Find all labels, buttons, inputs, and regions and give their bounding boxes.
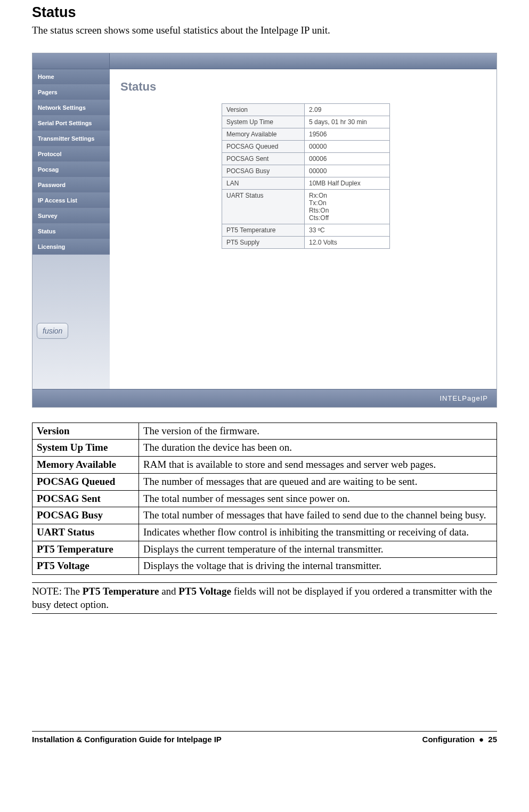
status-value: 00000	[305, 140, 390, 152]
status-row: System Up Time5 days, 01 hr 30 min	[222, 116, 390, 128]
note-bold-1: PT5 Temperature	[83, 586, 159, 597]
nav-pocsag[interactable]: Pocsag	[32, 162, 110, 177]
status-key: System Up Time	[222, 116, 305, 128]
table-row: Memory AvailableRAM that is available to…	[32, 457, 497, 474]
note-prefix: NOTE: The	[32, 586, 83, 597]
desc-term: UART Status	[32, 524, 139, 541]
topbar-logo-cell	[32, 53, 110, 69]
table-row: PT5 VoltageDisplays the voltage that is …	[32, 558, 497, 575]
note-mid: and	[159, 586, 178, 597]
status-key: Memory Available	[222, 128, 305, 140]
status-key: POCSAG Queued	[222, 140, 305, 152]
nav-network-settings[interactable]: Network Settings	[32, 100, 110, 116]
page-footer: Installation & Configuration Guide for I…	[32, 731, 497, 744]
status-key: Version	[222, 103, 305, 116]
status-row: LAN10MB Half Duplex	[222, 177, 390, 189]
description-table: VersionThe version of the firmware. Syst…	[32, 423, 497, 575]
status-value: 33 ºC	[305, 224, 390, 236]
desc-term: PT5 Temperature	[32, 541, 139, 558]
status-row: POCSAG Busy00000	[222, 165, 390, 177]
status-value: 19506	[305, 128, 390, 140]
nav-survey[interactable]: Survey	[32, 208, 110, 224]
nav-serial-port-settings[interactable]: Serial Port Settings	[32, 116, 110, 131]
status-table: Version2.09 System Up Time5 days, 01 hr …	[222, 103, 390, 249]
desc-text: The total number of messages sent since …	[139, 490, 497, 507]
desc-text: Displays the current temperature of the …	[139, 541, 497, 558]
desc-term: POCSAG Queued	[32, 473, 139, 490]
note-block: NOTE: The PT5 Temperature and PT5 Voltag…	[32, 582, 497, 614]
desc-text: Indicates whether flow control is inhibi…	[139, 524, 497, 541]
desc-term: Memory Available	[32, 457, 139, 474]
status-row: Version2.09	[222, 103, 390, 116]
status-row: PT5 Supply12.0 Volts	[222, 236, 390, 248]
status-key: POCSAG Busy	[222, 165, 305, 177]
status-value: Rx:On Tx:On Rts:On Cts:Off	[305, 189, 390, 224]
app-topbar	[32, 53, 497, 69]
status-row: POCSAG Sent00006	[222, 152, 390, 165]
desc-term: POCSAG Busy	[32, 507, 139, 524]
status-key: LAN	[222, 177, 305, 189]
table-row: System Up TimeThe duration the device ha…	[32, 440, 497, 457]
nav-home[interactable]: Home	[32, 69, 110, 85]
nav-pagers[interactable]: Pagers	[32, 85, 110, 100]
desc-term: System Up Time	[32, 440, 139, 457]
status-row: UART StatusRx:On Tx:On Rts:On Cts:Off	[222, 189, 390, 224]
status-key: PT5 Temperature	[222, 224, 305, 236]
nav-transmitter-settings[interactable]: Transmitter Settings	[32, 131, 110, 147]
status-key: PT5 Supply	[222, 236, 305, 248]
desc-text: The total number of messages that have f…	[139, 507, 497, 524]
desc-term: POCSAG Sent	[32, 490, 139, 507]
desc-text: The duration the device has been on.	[139, 440, 497, 457]
table-row: POCSAG SentThe total number of messages …	[32, 490, 497, 507]
desc-text: RAM that is available to store and send …	[139, 457, 497, 474]
table-row: UART StatusIndicates whether flow contro…	[32, 524, 497, 541]
desc-term: PT5 Voltage	[32, 558, 139, 575]
nav-licensing[interactable]: Licensing	[32, 239, 110, 255]
desc-term: Version	[32, 423, 139, 440]
desc-text: The version of the firmware.	[139, 423, 497, 440]
status-value: 2.09	[305, 103, 390, 116]
status-row: Memory Available19506	[222, 128, 390, 140]
app-screenshot: Home Pagers Network Settings Serial Port…	[32, 53, 497, 408]
status-value: 12.0 Volts	[305, 236, 390, 248]
status-value: 10MB Half Duplex	[305, 177, 390, 189]
status-key: UART Status	[222, 189, 305, 224]
app-main: Status Version2.09 System Up Time5 days,…	[110, 69, 497, 389]
status-value: 00006	[305, 152, 390, 165]
table-row: POCSAG QueuedThe number of messages that…	[32, 473, 497, 490]
status-value: 5 days, 01 hr 30 min	[305, 116, 390, 128]
note-bold-2: PT5 Voltage	[178, 586, 231, 597]
nav-protocol[interactable]: Protocol	[32, 147, 110, 162]
footer-page-number: 25	[488, 735, 497, 744]
brand-text: INTELPageIP	[440, 394, 489, 402]
footer-bullet-icon: ●	[477, 735, 486, 744]
nav-password[interactable]: Password	[32, 177, 110, 193]
desc-text: Displays the voltage that is driving the…	[139, 558, 497, 575]
table-row: VersionThe version of the firmware.	[32, 423, 497, 440]
intro-text: The status screen shows some useful stat…	[32, 24, 497, 37]
table-row: PT5 TemperatureDisplays the current temp…	[32, 541, 497, 558]
footer-section: Configuration	[422, 735, 475, 744]
nav-status[interactable]: Status	[32, 224, 110, 239]
desc-text: The number of messages that are queued a…	[139, 473, 497, 490]
footer-right: Configuration ● 25	[422, 735, 497, 744]
status-value: 00000	[305, 165, 390, 177]
status-key: POCSAG Sent	[222, 152, 305, 165]
page-title: Status	[120, 80, 486, 94]
footer-left: Installation & Configuration Guide for I…	[32, 735, 222, 744]
status-row: POCSAG Queued00000	[222, 140, 390, 152]
status-row: PT5 Temperature33 ºC	[222, 224, 390, 236]
nav-ip-access-list[interactable]: IP Access List	[32, 193, 110, 208]
table-row: POCSAG BusyThe total number of messages …	[32, 507, 497, 524]
section-heading: Status	[32, 4, 497, 21]
app-bottombar: INTELPageIP	[32, 389, 497, 407]
sidebar-nav: Home Pagers Network Settings Serial Port…	[32, 69, 110, 389]
fusion-badge: fusion	[37, 323, 68, 339]
